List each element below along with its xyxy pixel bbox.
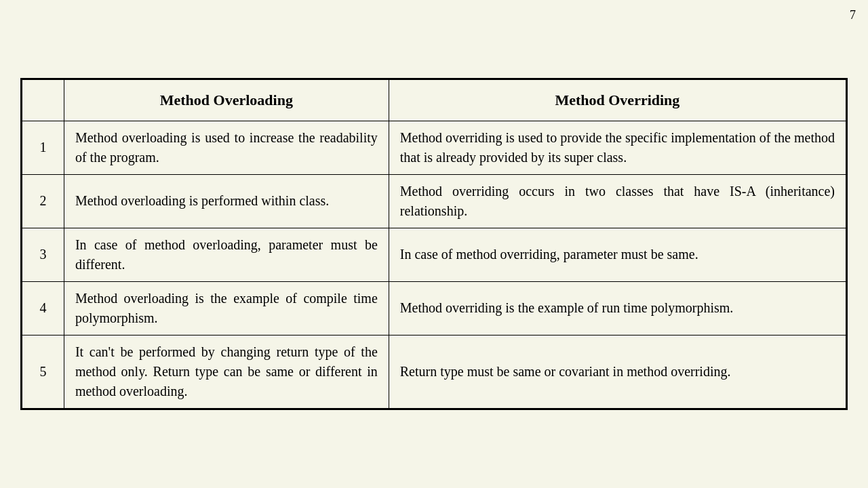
- table-row: 2Method overloading is performed within …: [22, 174, 846, 228]
- overriding-cell: In case of method overriding, parameter …: [389, 228, 846, 281]
- row-number: 4: [22, 281, 64, 335]
- overloading-cell: Method overloading is the example of com…: [64, 281, 389, 335]
- table-row: 4Method overloading is the example of co…: [22, 281, 846, 335]
- header-overloading: Method Overloading: [64, 80, 389, 121]
- overloading-cell: In case of method overloading, parameter…: [64, 228, 389, 281]
- overloading-cell: Method overloading is used to increase t…: [64, 121, 389, 174]
- header-num: [22, 80, 64, 121]
- table-row: 3In case of method overloading, paramete…: [22, 228, 846, 281]
- table-row: 5It can't be performed by changing retur…: [22, 335, 846, 408]
- table-header-row: Method Overloading Method Overriding: [22, 80, 846, 121]
- overloading-cell: Method overloading is performed within c…: [64, 174, 389, 228]
- row-number: 5: [22, 335, 64, 408]
- comparison-table-container: Method Overloading Method Overriding 1Me…: [20, 78, 848, 410]
- page-number: 7: [850, 8, 856, 22]
- overriding-cell: Method overriding is the example of run …: [389, 281, 846, 335]
- overriding-cell: Method overriding occurs in two classes …: [389, 174, 846, 228]
- row-number: 1: [22, 121, 64, 174]
- overriding-cell: Return type must be same or covariant in…: [389, 335, 846, 408]
- overloading-cell: It can't be performed by changing return…: [64, 335, 389, 408]
- comparison-table: Method Overloading Method Overriding 1Me…: [22, 79, 846, 409]
- table-row: 1Method overloading is used to increase …: [22, 121, 846, 174]
- row-number: 3: [22, 228, 64, 281]
- overriding-cell: Method overriding is used to provide the…: [389, 121, 846, 174]
- row-number: 2: [22, 174, 64, 228]
- header-overriding: Method Overriding: [389, 80, 846, 121]
